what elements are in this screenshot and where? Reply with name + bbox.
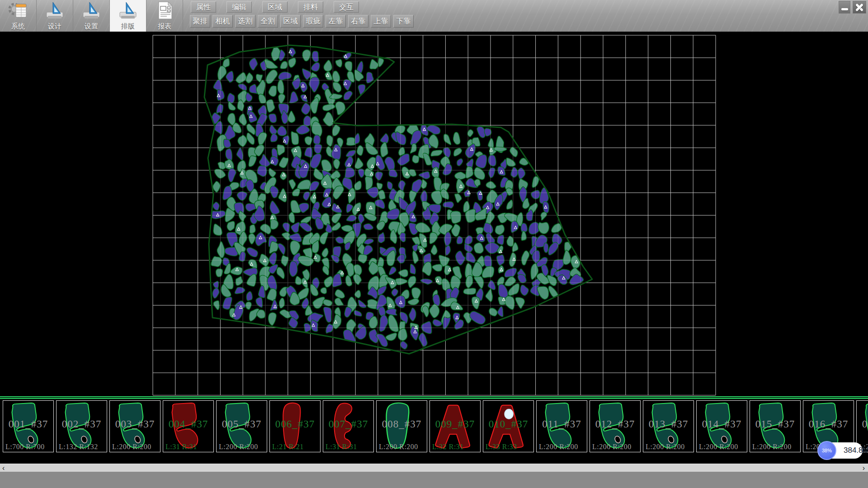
pattern-lr-info: L:33 R:33 [486, 443, 517, 451]
main-button-label: 设置 [73, 22, 109, 31]
tool-button-3[interactable]: 选割 [235, 15, 255, 28]
pattern-thumbnail-12[interactable]: 012_#37L:200 R:200 [590, 400, 641, 452]
pattern-name: 002_#37 [57, 418, 107, 430]
toolbar: 系统设计设置排版报表 属性编辑区域排料交互 聚排相机选割全割区域瑕疵左靠右靠上靠… [0, 0, 868, 32]
memory-value: 384.8M [844, 442, 868, 459]
filmstrip-divider-bottom [0, 398, 868, 399]
pattern-name: 010_#37 [483, 418, 533, 430]
status-bar [0, 472, 868, 488]
pattern-thumbnail-2[interactable]: 002_#37L:132 R:132 [56, 400, 107, 452]
pattern-lr-info: L:700 R:700 [5, 443, 45, 451]
pattern-name: 009_#37 [430, 418, 480, 430]
pattern-lr-info: L:200 R:200 [699, 443, 738, 451]
tool-buttons: 聚排相机选割全割区域瑕疵左靠右靠上靠下靠 [190, 15, 414, 28]
pattern-name: 001_#37 [3, 418, 53, 430]
pattern-name: 011_#37 [537, 418, 587, 430]
main-button-label: 设计 [37, 22, 73, 31]
pattern-thumbnail-11[interactable]: 011_#37L:200 R:200 [536, 400, 587, 452]
pattern-name: 012_#37 [590, 418, 640, 430]
tool-button-7[interactable]: 左靠 [326, 15, 346, 28]
memory-percent-circle: 38% [817, 441, 836, 460]
window-controls [839, 1, 866, 14]
pattern-lr-info: L:132 R:132 [59, 443, 98, 451]
minimize-button[interactable] [839, 1, 850, 14]
pattern-lr-info: L:200 R:200 [752, 443, 792, 451]
triangle-ruler-icon [81, 1, 102, 20]
pattern-lr-info: L:200 R:200 [592, 443, 632, 451]
tool-button-8[interactable]: 右靠 [348, 15, 368, 28]
pattern-filmstrip[interactable]: 001_#37L:700 R:700002_#37L:132 R:132003_… [0, 400, 868, 453]
pattern-name: 003_#37 [110, 418, 160, 430]
triangle-ruler-icon [118, 1, 138, 20]
pattern-thumbnail-5[interactable]: 005_#37L:200 R:200 [216, 400, 267, 452]
pattern-lr-info: L:21 R:21 [272, 443, 304, 451]
pattern-name: 014_#37 [697, 418, 747, 430]
pattern-thumbnail-8[interactable]: 008_#37L:200 R:200 [376, 400, 427, 452]
horizontal-scrollbar[interactable]: ‹ › [0, 464, 868, 472]
tool-button-2[interactable]: 相机 [212, 15, 233, 28]
pattern-name: 004_#37 [163, 418, 213, 430]
pattern-lr-info: L:200 R:200 [112, 443, 151, 451]
pattern-lr-info: L:200 R:200 [219, 443, 258, 451]
menu-tab-1[interactable]: 属性 [191, 1, 216, 13]
pattern-name: 017_#37 [857, 418, 868, 430]
scroll-right-arrow[interactable]: › [863, 464, 865, 472]
main-button-label: 排版 [110, 22, 146, 31]
main-button-settings[interactable]: 设置 [73, 0, 110, 32]
main-button-label: 报表 [146, 22, 183, 31]
pattern-lr-info: L:200 R:200 [646, 443, 685, 451]
nesting-canvas[interactable] [0, 32, 868, 396]
pattern-thumbnail-15[interactable]: 015_#37L:200 R:200 [750, 400, 801, 452]
pattern-name: 006_#37 [270, 418, 320, 430]
minimize-icon [841, 8, 848, 10]
pattern-thumbnail-14[interactable]: 014_#37L:200 R:200 [696, 400, 747, 452]
pattern-lr-info: L:200 R:200 [379, 443, 418, 451]
main-button-label: 系统 [0, 22, 36, 31]
main-button-report[interactable]: 报表 [146, 0, 183, 32]
pattern-thumbnail-9[interactable]: 009_#37L:32 R:31 [429, 400, 481, 452]
menu-tab-4[interactable]: 排料 [298, 1, 323, 13]
tool-button-9[interactable]: 上靠 [371, 15, 391, 28]
tool-button-5[interactable]: 区域 [280, 15, 301, 28]
tool-button-10[interactable]: 下靠 [393, 15, 414, 28]
tool-button-4[interactable]: 全割 [258, 15, 278, 28]
scroll-left-arrow[interactable]: ‹ [2, 464, 5, 472]
pattern-thumbnail-4[interactable]: 004_#37L:31 R:31 [163, 400, 214, 452]
pattern-name: 016_#37 [803, 418, 854, 430]
menu-tabs: 属性编辑区域排料交互 [191, 1, 359, 13]
close-button[interactable] [853, 1, 866, 14]
pattern-name: 013_#37 [643, 418, 693, 430]
triangle-ruler-icon [44, 1, 65, 20]
close-icon [855, 3, 863, 11]
nest-drawing [0, 32, 868, 396]
memory-badge: 384.8M 38% [817, 441, 864, 460]
pattern-thumbnail-3[interactable]: 003_#37L:200 R:200 [109, 400, 160, 452]
pattern-name: 015_#37 [750, 418, 800, 430]
pattern-lr-info: L:31 R:31 [165, 443, 197, 451]
pattern-lr-info: L:200 R:200 [539, 443, 578, 451]
report-document-icon [154, 1, 175, 20]
pattern-thumbnail-10[interactable]: 010_#37L:33 R:33 [483, 400, 534, 452]
pattern-lr-info: L:32 R:31 [432, 443, 464, 451]
menu-tab-3[interactable]: 区域 [262, 1, 288, 13]
pattern-name: 008_#37 [377, 418, 427, 430]
tool-button-6[interactable]: 瑕疵 [303, 15, 323, 28]
nesting-app-window: { "toolbar": { "main_buttons": [ {"id":"… [0, 0, 868, 488]
gear-table-icon [8, 1, 28, 20]
menu-tab-2[interactable]: 编辑 [226, 1, 252, 13]
main-button-system[interactable]: 系统 [0, 0, 37, 32]
main-button-nesting[interactable]: 排版 [110, 0, 146, 32]
tool-button-1[interactable]: 聚排 [190, 15, 210, 28]
pattern-name: 005_#37 [217, 418, 267, 430]
pattern-thumbnail-13[interactable]: 013_#37L:200 R:200 [643, 400, 694, 452]
pattern-name: 007_#37 [323, 418, 373, 430]
pattern-thumbnail-7[interactable]: 007_#37L:31 R:31 [323, 400, 374, 452]
menu-tab-5[interactable]: 交互 [334, 1, 359, 13]
main-buttons: 系统设计设置排版报表 [0, 0, 183, 32]
memory-percent: 38% [822, 448, 832, 453]
pattern-lr-info: L:31 R:31 [326, 443, 357, 451]
pattern-thumbnail-6[interactable]: 006_#37L:21 R:21 [269, 400, 321, 452]
main-button-design[interactable]: 设计 [37, 0, 73, 32]
pattern-thumbnail-1[interactable]: 001_#37L:700 R:700 [3, 400, 54, 452]
